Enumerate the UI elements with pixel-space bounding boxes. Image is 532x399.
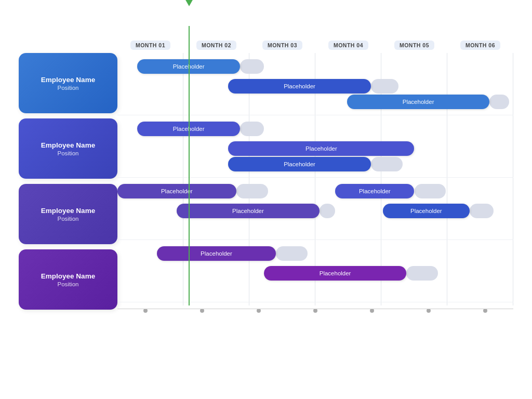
bar-label-4-1: Placeholder — [201, 250, 232, 257]
month-header-3: MONTH 03 — [249, 26, 315, 53]
bar-label-3-4: Placeholder — [410, 208, 442, 214]
month-headers: MONTH 01MONTH 02MONTH 03MONTH 04MONTH 05… — [117, 26, 513, 53]
employee-name-2: Employee Name — [41, 141, 95, 149]
employee-name-4: Employee Name — [41, 272, 95, 280]
employee-name-1: Employee Name — [41, 76, 95, 84]
bar-2-2: Placeholder — [228, 141, 414, 156]
bar-3-4: Placeholder — [383, 204, 470, 218]
employee-name-3: Employee Name — [41, 207, 95, 215]
timeline-dot-6 — [427, 309, 431, 313]
bar-label-4-2: Placeholder — [320, 270, 351, 276]
bar-tail-2-3 — [371, 157, 403, 171]
bar-1-3: Placeholder — [347, 95, 489, 109]
employee-card-3: Employee Name Position — [19, 184, 117, 244]
time-marker — [189, 26, 190, 305]
employee-position-1: Position — [58, 85, 79, 91]
bar-label-1-2: Placeholder — [284, 83, 315, 89]
month-label-1: MONTH 01 — [130, 41, 170, 50]
bar-tail-3-4 — [470, 204, 494, 218]
bar-label-1-3: Placeholder — [403, 99, 434, 105]
timeline-dot-4 — [313, 309, 317, 313]
bar-tail-1-3 — [489, 95, 509, 109]
dot-cell-6 — [400, 307, 457, 315]
bar-label-3-1: Placeholder — [161, 188, 193, 194]
timeline-dot-5 — [370, 309, 374, 313]
gantt-row-3: PlaceholderPlaceholderPlaceholderPlaceho… — [117, 178, 513, 240]
bar-label-3-2: Placeholder — [359, 188, 391, 194]
month-header-2: MONTH 02 — [183, 26, 249, 53]
timeline-dot-last — [483, 309, 487, 313]
month-label-2: MONTH 02 — [196, 41, 236, 50]
bar-3-1: Placeholder — [117, 184, 236, 198]
bar-3-3: Placeholder — [177, 204, 319, 218]
employee-column-header — [19, 26, 117, 53]
bar-tail-4-1 — [276, 246, 308, 261]
employee-card-2: Employee Name Position — [19, 118, 117, 179]
dot-cell-1 — [117, 307, 174, 315]
dot-cell-4 — [287, 307, 344, 315]
timeline-dot-2 — [200, 309, 204, 313]
gantt-grid: PlaceholderPlaceholderPlaceholderPlaceho… — [117, 53, 513, 305]
bar-2-3: Placeholder — [228, 157, 370, 171]
dot-cell-5 — [343, 307, 400, 315]
month-label-5: MONTH 05 — [394, 41, 434, 50]
timeline-area: Employee Name Position Employee Name Pos… — [19, 26, 513, 315]
employee-card-1: Employee Name Position — [19, 53, 117, 113]
month-label-4: MONTH 04 — [328, 41, 368, 50]
month-header-1: MONTH 01 — [117, 26, 183, 53]
dot-cell-3 — [231, 307, 287, 315]
bar-label-2-2: Placeholder — [305, 145, 337, 152]
gantt-row-4: PlaceholderPlaceholder — [117, 240, 513, 302]
timeline-dot-1 — [143, 309, 148, 313]
time-marker-triangle — [185, 0, 193, 6]
bar-1-2: Placeholder — [228, 79, 370, 94]
page: Employee Name Position Employee Name Pos… — [0, 0, 532, 399]
bar-tail-2-1 — [240, 122, 264, 136]
bar-tail-3-2 — [415, 184, 446, 198]
bar-tail-1-1 — [240, 59, 264, 74]
dot-cell-2 — [174, 307, 231, 315]
dot-cell-last — [457, 307, 513, 315]
month-header-6: MONTH 06 — [447, 26, 513, 53]
month-header-4: MONTH 04 — [315, 26, 381, 53]
bar-tail-3-1 — [236, 184, 268, 198]
timeline-dot-3 — [257, 309, 261, 313]
employee-position-3: Position — [58, 216, 79, 222]
month-label-3: MONTH 03 — [262, 41, 302, 50]
bottom-dots — [117, 307, 513, 315]
dot-line — [117, 309, 513, 309]
gantt-row-1: PlaceholderPlaceholderPlaceholder — [117, 53, 513, 115]
bar-label-3-3: Placeholder — [232, 208, 264, 214]
bar-4-2: Placeholder — [264, 266, 406, 281]
bar-4-1: Placeholder — [157, 246, 276, 261]
bar-label-2-3: Placeholder — [284, 161, 315, 167]
employee-column: Employee Name Position Employee Name Pos… — [19, 26, 117, 315]
gantt-area: MONTH 01MONTH 02MONTH 03MONTH 04MONTH 05… — [117, 26, 513, 315]
gantt-row-2: PlaceholderPlaceholderPlaceholder — [117, 115, 513, 178]
bar-tail-3-3 — [320, 204, 335, 218]
row-lanes: PlaceholderPlaceholderPlaceholderPlaceho… — [117, 53, 513, 305]
bar-tail-1-2 — [371, 79, 398, 94]
month-header-5: MONTH 05 — [381, 26, 447, 53]
employee-cards-container: Employee Name Position Employee Name Pos… — [19, 53, 117, 315]
employee-card-4: Employee Name Position — [19, 249, 117, 310]
employee-position-4: Position — [58, 281, 79, 287]
bar-tail-4-2 — [406, 266, 438, 281]
employee-position-2: Position — [58, 150, 79, 156]
bar-3-2: Placeholder — [335, 184, 414, 198]
month-label-6: MONTH 06 — [460, 41, 500, 50]
